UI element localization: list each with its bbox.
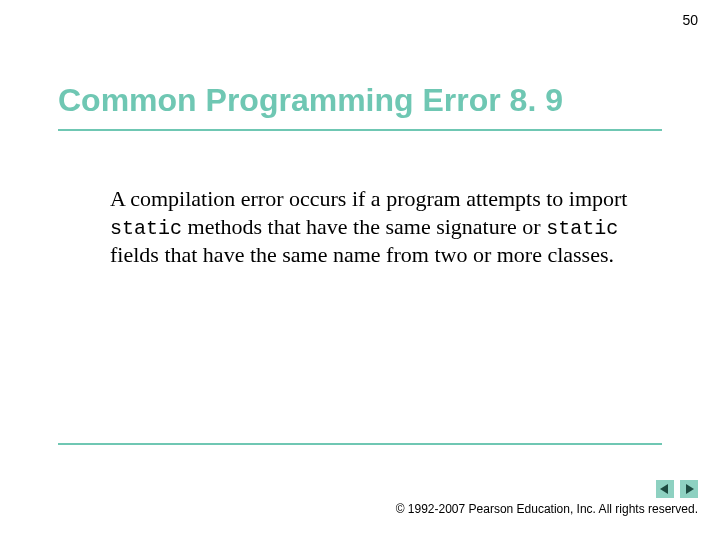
svg-marker-1: [686, 484, 694, 494]
svg-marker-0: [660, 484, 668, 494]
body-code1: static: [110, 217, 182, 240]
body-part1: A compilation error occurs if a program …: [110, 186, 627, 211]
body-part3: fields that have the same name from two …: [110, 242, 614, 267]
page-number: 50: [682, 12, 698, 28]
slide-title: Common Programming Error 8. 9: [58, 82, 662, 131]
copyright-text: 1992-2007 Pearson Education, Inc. All ri…: [404, 502, 698, 516]
triangle-left-icon: [660, 484, 670, 494]
body-text: A compilation error occurs if a program …: [110, 185, 650, 268]
body-code2: static: [546, 217, 618, 240]
next-button[interactable]: [680, 480, 698, 498]
nav-controls: [656, 480, 698, 498]
bottom-divider: [58, 443, 662, 445]
body-part2: methods that have the same signature or: [182, 214, 546, 239]
triangle-right-icon: [684, 484, 694, 494]
footer-copyright: © 1992-2007 Pearson Education, Inc. All …: [396, 502, 698, 516]
prev-button[interactable]: [656, 480, 674, 498]
